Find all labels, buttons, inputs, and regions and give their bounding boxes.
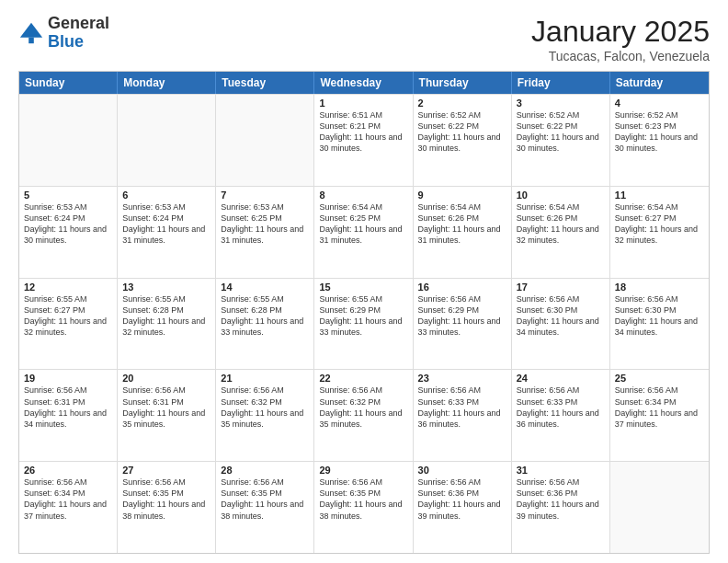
- day-info: Sunrise: 6:55 AM Sunset: 6:27 PM Dayligh…: [24, 293, 112, 339]
- day-number: 21: [221, 373, 309, 384]
- page: General Blue January 2025 Tucacas, Falco…: [0, 0, 728, 563]
- day-number: 1: [319, 98, 407, 109]
- calendar-body: 1Sunrise: 6:51 AM Sunset: 6:21 PM Daylig…: [19, 94, 709, 553]
- calendar-row-1: 1Sunrise: 6:51 AM Sunset: 6:21 PM Daylig…: [19, 94, 709, 186]
- day-number: 12: [24, 282, 112, 293]
- day-number: 26: [24, 465, 112, 476]
- day-number: 7: [221, 190, 309, 201]
- calendar-cell: 13Sunrise: 6:55 AM Sunset: 6:28 PM Dayli…: [118, 279, 216, 370]
- day-number: 6: [122, 190, 210, 201]
- calendar-cell: 7Sunrise: 6:53 AM Sunset: 6:25 PM Daylig…: [216, 187, 314, 278]
- header-day-monday: Monday: [118, 72, 216, 94]
- logo-text: General Blue: [48, 15, 109, 52]
- day-number: 5: [24, 190, 112, 201]
- day-number: 8: [319, 190, 407, 201]
- day-number: 29: [319, 465, 407, 476]
- header-day-sunday: Sunday: [19, 72, 118, 94]
- day-info: Sunrise: 6:56 AM Sunset: 6:34 PM Dayligh…: [24, 477, 112, 522]
- day-number: 4: [615, 98, 704, 109]
- day-info: Sunrise: 6:52 AM Sunset: 6:22 PM Dayligh…: [517, 109, 605, 155]
- calendar-row-4: 19Sunrise: 6:56 AM Sunset: 6:31 PM Dayli…: [19, 369, 709, 461]
- calendar-cell: [19, 95, 118, 186]
- calendar-row-5: 26Sunrise: 6:56 AM Sunset: 6:34 PM Dayli…: [19, 461, 709, 553]
- calendar-cell: 23Sunrise: 6:56 AM Sunset: 6:33 PM Dayli…: [414, 370, 512, 461]
- calendar-cell: 18Sunrise: 6:56 AM Sunset: 6:30 PM Dayli…: [610, 279, 709, 370]
- calendar-cell: 4Sunrise: 6:52 AM Sunset: 6:23 PM Daylig…: [610, 95, 709, 186]
- day-number: 28: [221, 465, 309, 476]
- day-number: 22: [319, 373, 407, 384]
- calendar-cell: 5Sunrise: 6:53 AM Sunset: 6:24 PM Daylig…: [19, 187, 118, 278]
- day-number: 18: [615, 282, 704, 293]
- day-info: Sunrise: 6:56 AM Sunset: 6:33 PM Dayligh…: [517, 385, 605, 430]
- calendar-cell: 28Sunrise: 6:56 AM Sunset: 6:35 PM Dayli…: [216, 462, 314, 553]
- calendar-cell: 11Sunrise: 6:54 AM Sunset: 6:27 PM Dayli…: [610, 187, 709, 278]
- day-number: 13: [122, 282, 210, 293]
- calendar-cell: [118, 95, 216, 186]
- day-info: Sunrise: 6:52 AM Sunset: 6:22 PM Dayligh…: [418, 109, 506, 155]
- calendar-cell: 27Sunrise: 6:56 AM Sunset: 6:35 PM Dayli…: [118, 462, 216, 553]
- month-title: January 2025: [531, 15, 710, 49]
- svg-marker-0: [20, 23, 42, 38]
- day-info: Sunrise: 6:56 AM Sunset: 6:31 PM Dayligh…: [122, 385, 210, 430]
- day-info: Sunrise: 6:56 AM Sunset: 6:34 PM Dayligh…: [615, 385, 704, 430]
- day-info: Sunrise: 6:56 AM Sunset: 6:36 PM Dayligh…: [418, 477, 506, 522]
- day-info: Sunrise: 6:56 AM Sunset: 6:31 PM Dayligh…: [24, 385, 112, 430]
- day-number: 17: [517, 282, 605, 293]
- day-number: 15: [319, 282, 407, 293]
- header-day-wednesday: Wednesday: [314, 72, 413, 94]
- calendar-row-2: 5Sunrise: 6:53 AM Sunset: 6:24 PM Daylig…: [19, 186, 709, 278]
- day-info: Sunrise: 6:54 AM Sunset: 6:25 PM Dayligh…: [319, 201, 407, 247]
- day-number: 23: [418, 373, 506, 384]
- calendar-header: SundayMondayTuesdayWednesdayThursdayFrid…: [19, 72, 709, 94]
- calendar-cell: 20Sunrise: 6:56 AM Sunset: 6:31 PM Dayli…: [118, 370, 216, 461]
- day-number: 10: [517, 190, 605, 201]
- day-info: Sunrise: 6:54 AM Sunset: 6:26 PM Dayligh…: [418, 201, 506, 247]
- day-number: 27: [122, 465, 210, 476]
- day-info: Sunrise: 6:56 AM Sunset: 6:35 PM Dayligh…: [221, 477, 309, 522]
- calendar-cell: 19Sunrise: 6:56 AM Sunset: 6:31 PM Dayli…: [19, 370, 118, 461]
- calendar-cell: [610, 462, 709, 553]
- calendar-cell: 9Sunrise: 6:54 AM Sunset: 6:26 PM Daylig…: [414, 187, 512, 278]
- calendar-cell: 2Sunrise: 6:52 AM Sunset: 6:22 PM Daylig…: [414, 95, 512, 186]
- day-info: Sunrise: 6:56 AM Sunset: 6:32 PM Dayligh…: [221, 385, 309, 430]
- title-block: January 2025 Tucacas, Falcon, Venezuela: [531, 15, 710, 63]
- calendar-cell: 10Sunrise: 6:54 AM Sunset: 6:26 PM Dayli…: [512, 187, 610, 278]
- day-info: Sunrise: 6:55 AM Sunset: 6:29 PM Dayligh…: [319, 293, 407, 339]
- calendar-cell: 22Sunrise: 6:56 AM Sunset: 6:32 PM Dayli…: [314, 370, 413, 461]
- calendar-cell: 15Sunrise: 6:55 AM Sunset: 6:29 PM Dayli…: [314, 279, 413, 370]
- calendar-cell: 26Sunrise: 6:56 AM Sunset: 6:34 PM Dayli…: [19, 462, 118, 553]
- calendar-cell: 8Sunrise: 6:54 AM Sunset: 6:25 PM Daylig…: [314, 187, 413, 278]
- logo-blue: Blue: [48, 33, 109, 52]
- calendar-cell: 30Sunrise: 6:56 AM Sunset: 6:36 PM Dayli…: [414, 462, 512, 553]
- day-info: Sunrise: 6:51 AM Sunset: 6:21 PM Dayligh…: [319, 109, 407, 155]
- calendar-cell: 1Sunrise: 6:51 AM Sunset: 6:21 PM Daylig…: [314, 95, 413, 186]
- calendar-cell: 17Sunrise: 6:56 AM Sunset: 6:30 PM Dayli…: [512, 279, 610, 370]
- day-number: 9: [418, 190, 506, 201]
- header-day-saturday: Saturday: [610, 72, 709, 94]
- logo-general: General: [48, 15, 109, 33]
- calendar-cell: 24Sunrise: 6:56 AM Sunset: 6:33 PM Dayli…: [512, 370, 610, 461]
- day-number: 25: [615, 373, 704, 384]
- day-number: 20: [122, 373, 210, 384]
- day-info: Sunrise: 6:53 AM Sunset: 6:24 PM Dayligh…: [122, 201, 210, 247]
- day-info: Sunrise: 6:56 AM Sunset: 6:33 PM Dayligh…: [418, 385, 506, 430]
- calendar-cell: [216, 95, 314, 186]
- day-number: 3: [517, 98, 605, 109]
- day-number: 11: [615, 190, 704, 201]
- calendar-cell: 12Sunrise: 6:55 AM Sunset: 6:27 PM Dayli…: [19, 279, 118, 370]
- day-info: Sunrise: 6:56 AM Sunset: 6:35 PM Dayligh…: [122, 477, 210, 522]
- day-info: Sunrise: 6:54 AM Sunset: 6:27 PM Dayligh…: [615, 201, 704, 247]
- header: General Blue January 2025 Tucacas, Falco…: [18, 15, 710, 63]
- day-info: Sunrise: 6:56 AM Sunset: 6:30 PM Dayligh…: [615, 293, 704, 339]
- svg-rect-1: [28, 37, 34, 43]
- header-day-tuesday: Tuesday: [216, 72, 314, 94]
- day-info: Sunrise: 6:54 AM Sunset: 6:26 PM Dayligh…: [517, 201, 605, 247]
- calendar-cell: 25Sunrise: 6:56 AM Sunset: 6:34 PM Dayli…: [610, 370, 709, 461]
- day-info: Sunrise: 6:56 AM Sunset: 6:35 PM Dayligh…: [319, 477, 407, 522]
- day-number: 14: [221, 282, 309, 293]
- day-info: Sunrise: 6:52 AM Sunset: 6:23 PM Dayligh…: [615, 109, 704, 155]
- day-number: 2: [418, 98, 506, 109]
- day-info: Sunrise: 6:56 AM Sunset: 6:29 PM Dayligh…: [418, 293, 506, 339]
- day-info: Sunrise: 6:56 AM Sunset: 6:30 PM Dayligh…: [517, 293, 605, 339]
- header-day-friday: Friday: [512, 72, 610, 94]
